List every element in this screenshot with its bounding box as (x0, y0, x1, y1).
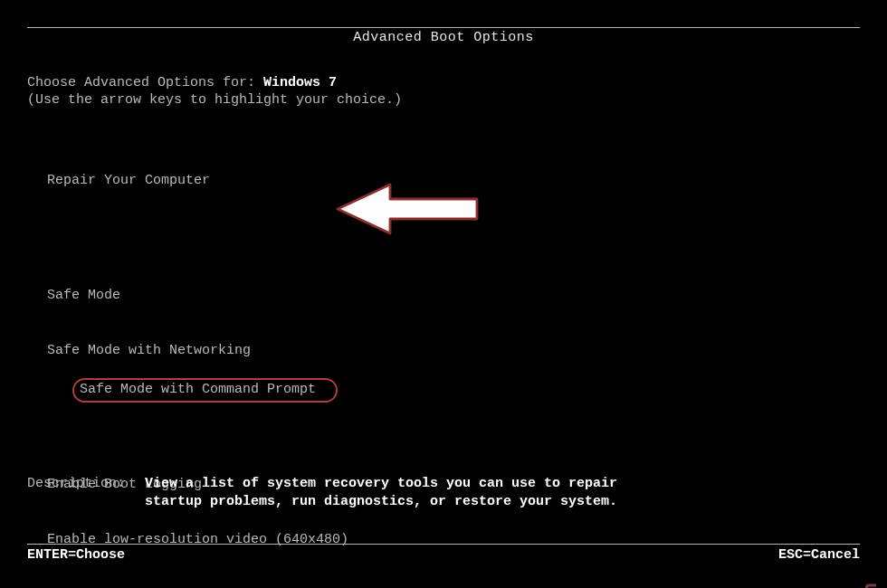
choose-hint: (Use the arrow keys to highlight your ch… (27, 91, 402, 109)
choose-os: Windows 7 (263, 75, 337, 90)
footer-esc: ESC=Cancel (778, 546, 860, 564)
choose-prefix: Choose Advanced Options for: (27, 75, 263, 90)
description-block: Description: View a list of system recov… (27, 475, 860, 512)
description-line-2: startup problems, run diagnostics, or re… (145, 493, 617, 511)
boot-options-screen: Advanced Boot Options Choose Advanced Op… (0, 0, 887, 588)
menu-repair[interactable]: Repair Your Computer (47, 172, 397, 190)
bottom-divider (27, 544, 860, 545)
menu-safe-mode-networking[interactable]: Safe Mode with Networking (47, 342, 397, 360)
description-label: Description: (27, 475, 145, 493)
menu-safe-mode-cmd-highlighted[interactable]: Safe Mode with Command Prompt (72, 378, 338, 403)
description-line-1: View a list of system recovery tools you… (145, 475, 617, 493)
top-divider (27, 27, 860, 28)
footer-hints: ENTER=Choose ESC=Cancel (27, 546, 860, 564)
menu-safe-mode-cmd-label: Safe Mode with Command Prompt (80, 382, 316, 397)
footer-enter: ENTER=Choose (27, 546, 125, 564)
screen-title: Advanced Boot Options (27, 29, 860, 47)
boot-menu: Repair Your Computer Safe Mode Safe Mode… (47, 135, 397, 588)
watermark-text: 2-remove-virus.com (856, 583, 883, 588)
choose-line: Choose Advanced Options for: Windows 7 (27, 74, 337, 92)
menu-safe-mode[interactable]: Safe Mode (47, 287, 397, 305)
